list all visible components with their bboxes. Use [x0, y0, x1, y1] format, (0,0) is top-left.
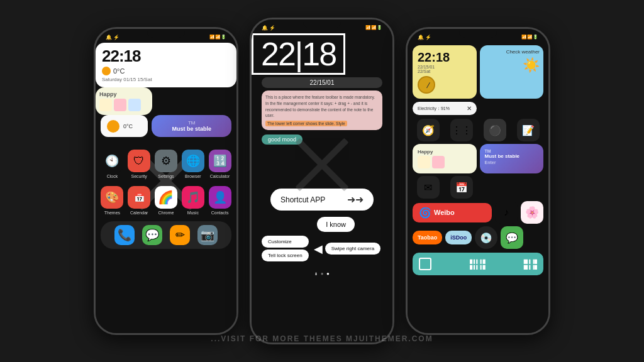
- chrome-icon: 🌈: [155, 186, 177, 209]
- tiktok-widget[interactable]: ♪: [495, 201, 518, 224]
- iknow-bubble[interactable]: I know: [317, 217, 355, 232]
- phone-icon: 📞: [114, 225, 135, 245]
- app-calculator[interactable]: 🔢 Calculator: [209, 150, 231, 178]
- green-bar[interactable]: █ ▌▌▐ █ █ ▌▌▐ █ █▌▌▐█ █▌▌▐█: [413, 253, 543, 275]
- chat: 💬: [506, 232, 518, 244]
- dock-notes[interactable]: ✏: [170, 225, 190, 245]
- app-security[interactable]: 🛡 Security: [128, 150, 150, 178]
- bar-label-2: █ ▌▌▐ █: [470, 265, 486, 269]
- status-left-2: 🔔 ⚡: [262, 25, 275, 31]
- dock-messages[interactable]: 💬: [142, 225, 162, 245]
- bar-label-4: █▌▌▐█: [524, 265, 537, 269]
- app-chrome[interactable]: 🌈 Chrome: [155, 186, 177, 215]
- note-text: This is a place where the feature toolba…: [265, 94, 379, 119]
- music-label: Music: [187, 211, 199, 215]
- tell-lock-text: Tell lock screen: [268, 253, 303, 258]
- phone-2: 🔔 ⚡ 📶📶🔋 22|18 22/15/01 This is a place w…: [250, 18, 394, 344]
- phone-3: 🔔 ⚡ 📶📶🔋 22:18 22/15/01 22/Sat: [406, 27, 550, 335]
- arrow-left-icon: ◀: [314, 242, 323, 256]
- close-icon[interactable]: ✕: [467, 105, 472, 112]
- weather-mini[interactable]: 0°C: [101, 115, 148, 137]
- app-settings[interactable]: ⚙ Settings: [155, 150, 177, 178]
- watermark: ...VISIT FOR MORE THEMES MJUITHEMER.COM: [211, 334, 433, 343]
- iknow-area: I know: [252, 216, 392, 233]
- app-contacts[interactable]: 👤 Contacts: [209, 186, 231, 215]
- icon-mail[interactable]: ✉: [413, 176, 443, 199]
- app-browser[interactable]: 🌐 Browser: [182, 150, 204, 178]
- app-calendar[interactable]: 📅 Calendar: [128, 186, 150, 215]
- taobao-widget[interactable]: Taobao: [413, 231, 442, 244]
- icon-calendar[interactable]: 📅: [446, 176, 477, 199]
- happy-label: Happy: [99, 91, 148, 97]
- clock-widget[interactable]: 22:18 0°C Saturday 01/15 15/Sat: [96, 43, 236, 87]
- chat-icon[interactable]: 💬: [501, 226, 523, 249]
- isdoo-widget[interactable]: iSDoo: [445, 231, 472, 244]
- customize-text: Customize: [268, 239, 292, 244]
- sun-icon: [102, 67, 111, 75]
- w3-weather-widget[interactable]: Check weather ☀️: [480, 45, 544, 99]
- calculator-icon: 🔢: [209, 150, 231, 172]
- icon-apps[interactable]: ⋮⋮: [446, 119, 477, 141]
- sticker-1: [99, 99, 112, 111]
- happy-tm-row: Happy TM Must be stable Enter: [408, 143, 548, 175]
- x-space: [252, 146, 392, 184]
- sticker-b: [432, 156, 445, 168]
- chrome-label: Chrome: [158, 211, 174, 215]
- weibo-widget[interactable]: 🌀 Weibo: [413, 203, 492, 222]
- w3-tm-widget[interactable]: TM Must be stable Enter: [480, 144, 544, 173]
- icon-row: 🧭 ⋮⋮ ⚫ 📝: [408, 118, 548, 143]
- note-highlight: The lower left corner shows the slide. S…: [265, 121, 347, 126]
- app-themes[interactable]: 🎨 Themes: [101, 186, 123, 215]
- stickers: [418, 156, 472, 168]
- tm-widget[interactable]: TM Must be stable: [152, 115, 231, 137]
- iknow-text: I know: [326, 221, 346, 228]
- w3-clock-date2: 22/Sat: [418, 69, 472, 74]
- w3-happy-widget[interactable]: Happy: [413, 144, 477, 173]
- dock-camera[interactable]: 📷: [197, 225, 218, 245]
- status-bar-2: 🔔 ⚡ 📶📶🔋: [252, 19, 392, 33]
- calendar-icon: 📅: [128, 186, 150, 209]
- icon-circle[interactable]: ⚫: [479, 119, 510, 141]
- note-widget[interactable]: This is a place where the feature toolba…: [262, 90, 382, 130]
- calendar-icon-3: 📅: [450, 176, 473, 199]
- w3-clock-widget[interactable]: 22:18 22/15/01 22/Sat: [413, 45, 477, 99]
- shop-row: Taobao iSDoo 💿 💬: [408, 225, 548, 250]
- electricity-widget[interactable]: Electricity：91% ✕: [413, 102, 477, 115]
- calendar-label: Calendar: [130, 211, 148, 215]
- w3-enter: Enter: [485, 160, 539, 165]
- w3-clock-date1: 22/15/01: [418, 65, 472, 69]
- w3-tm-label: TM: [485, 149, 539, 153]
- flower-widget[interactable]: 🌸: [521, 201, 543, 224]
- dock-phone[interactable]: 📞: [114, 225, 135, 245]
- customize-bubble[interactable]: Customize: [262, 236, 309, 248]
- swipe-camera-bubble[interactable]: Swipe right camera: [325, 243, 380, 255]
- dock: 📞 💬 ✏ 📷: [101, 221, 231, 249]
- icon-note[interactable]: 📝: [513, 119, 543, 141]
- camera-icon: 📷: [197, 225, 218, 245]
- app-music[interactable]: 🎵 Music: [182, 186, 204, 215]
- status-right-2: 📶📶🔋: [365, 25, 382, 30]
- phone-1: 🔔 ⚡ 📶📶🔋 22:18 0°C Saturday 01/15: [94, 27, 238, 335]
- tell-lock-bubble[interactable]: Tell lock screen: [262, 250, 309, 261]
- tm-sublabel: Must be stable: [157, 126, 226, 132]
- large-clock-time: 22|18: [252, 33, 345, 75]
- app-row-2: 🎨 Themes 📅 Calendar 🌈 Chrome 🎵: [96, 182, 236, 219]
- icon-row-2: ✉ 📅: [408, 175, 548, 200]
- vinyl-icon[interactable]: 💿: [475, 226, 497, 249]
- apps-icon: ⋮⋮: [450, 119, 473, 141]
- flower-icon: 🌸: [525, 206, 539, 219]
- happy-widget[interactable]: Happy: [96, 87, 152, 115]
- note-icon: 📝: [517, 119, 540, 141]
- clock-time: 22:18: [102, 48, 230, 64]
- themes-icon: 🎨: [101, 186, 123, 209]
- weather-text: 0°C: [123, 123, 133, 129]
- x-decoration-2: [287, 130, 357, 199]
- tiktok-icon: ♪: [504, 207, 509, 218]
- circle-icon: ⚫: [484, 119, 506, 141]
- app-clock[interactable]: 🕙 Clock: [101, 150, 123, 178]
- happy-text: Happy: [418, 149, 472, 155]
- themes-label: Themes: [104, 211, 120, 215]
- status-left: 🔔 ⚡: [106, 35, 119, 40]
- icon-compass[interactable]: 🧭: [413, 119, 443, 141]
- music-icon: 🎵: [182, 186, 204, 209]
